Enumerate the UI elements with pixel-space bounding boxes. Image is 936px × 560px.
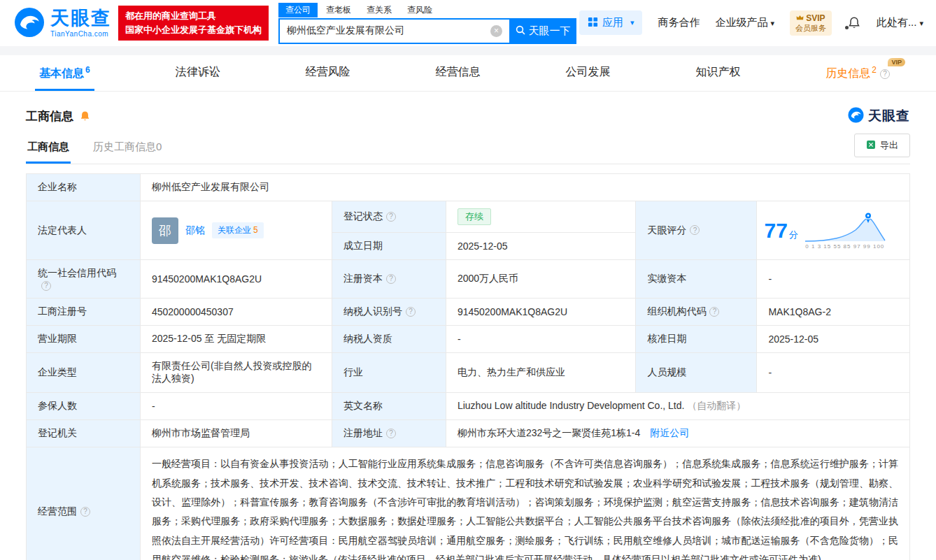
value-tianyan-score: 77分 0 1 3 15 55 85 97 99 100	[757, 201, 910, 260]
vip-badge: VIP	[888, 58, 905, 66]
tab-basic-info[interactable]: 基本信息6	[35, 55, 94, 91]
label-registered-address: 注册地址	[332, 420, 446, 447]
value-registered-capital: 2000万人民币	[446, 260, 636, 299]
search-button[interactable]: 天眼一下	[509, 18, 576, 44]
label-organization-code: 组织机构代码	[636, 299, 757, 326]
help-icon[interactable]	[709, 307, 719, 317]
value-company-name: 柳州低空产业发展有限公司	[140, 174, 909, 201]
value-registration-status: 存续	[446, 201, 636, 233]
auto-translate-note: （自动翻译）	[687, 400, 746, 411]
value-taxpayer-quality: -	[446, 326, 636, 353]
subscribe-bell-icon[interactable]	[79, 110, 91, 122]
row-company-name: 企业名称 柳州低空产业发展有限公司	[27, 174, 910, 201]
subtab-business-info[interactable]: 工商信息	[26, 135, 71, 164]
help-icon[interactable]	[690, 225, 700, 235]
label-company-name: 企业名称	[27, 174, 141, 201]
tab-intellectual-property[interactable]: 知识产权	[691, 55, 744, 91]
notifications-bell-icon[interactable]	[847, 16, 861, 30]
tab-search-company[interactable]: 查公司	[278, 3, 318, 17]
value-credit-code: 91450200MAK1Q8AG2U	[140, 260, 332, 299]
more-menu[interactable]: 此处有...	[877, 16, 923, 29]
score-axis-labels: 0 1 3 15 55 85 97 99 100	[804, 243, 886, 250]
excel-icon	[866, 140, 876, 152]
label-business-term: 营业期限	[27, 326, 141, 353]
help-icon[interactable]	[406, 307, 416, 317]
row-credit-code: 统一社会信用代码 91450200MAK1Q8AG2U 注册资本 2000万人民…	[27, 260, 910, 299]
label-staff-size: 人员规模	[636, 353, 757, 393]
top-right-nav: 应用 商务合作 企业级产品 SVIP 会员服务 此处有...	[579, 10, 923, 36]
tianyancha-company-page: 天眼查 TianYanCha.com 都在用的商业查询工具 国家中小企业发展子基…	[0, 0, 936, 560]
tab-search-boss[interactable]: 查老板	[319, 3, 358, 17]
crown-icon	[796, 13, 804, 23]
tab-operating-info[interactable]: 经营信息	[432, 55, 485, 91]
label-company-type: 企业类型	[27, 353, 141, 393]
help-icon[interactable]	[386, 212, 396, 222]
subtab-history-business-info[interactable]: 历史工商信息0	[92, 135, 163, 164]
help-icon[interactable]	[386, 429, 396, 438]
help-icon[interactable]	[80, 507, 90, 517]
nearby-companies-link[interactable]: 附近公司	[650, 427, 689, 438]
label-registration-authority: 登记机关	[27, 420, 141, 447]
label-taxpayer-id: 纳税人识别号	[332, 299, 446, 326]
value-registration-number: 450200000450307	[140, 299, 332, 326]
row-company-type: 企业类型 有限责任公司(非自然人投资或控股的法人独资) 行业 电力、热力生产和供…	[27, 353, 910, 393]
help-icon[interactable]	[880, 69, 890, 79]
tab-history-info[interactable]: VIP 历史信息2	[821, 55, 894, 91]
row-legal-rep: 法定代表人 邵 邵铭 关联企业5 登记状态 存续 天眼评分 77分	[27, 201, 910, 233]
apps-menu-button[interactable]: 应用	[579, 10, 643, 35]
company-section-tabs: 基本信息6 法律诉讼 经营风险 经营信息 公司发展 知识产权 VIP 历史信息2	[0, 55, 936, 92]
label-establish-date: 成立日期	[332, 233, 446, 260]
value-approval-date: 2025-12-05	[757, 326, 910, 353]
label-english-name: 英文名称	[332, 393, 446, 420]
label-registration-number: 工商注册号	[27, 299, 141, 326]
value-insured-count: -	[140, 393, 332, 420]
label-paid-capital: 实缴资本	[636, 260, 757, 299]
tianyancha-watermark-icon	[848, 107, 864, 125]
header-divider	[0, 46, 936, 55]
value-business-scope: 一般经营项目：以自有资金从事投资活动；人工智能行业应用系统集成服务；信息咨询服务…	[140, 447, 909, 560]
apps-grid-icon	[588, 17, 598, 29]
value-taxpayer-id: 91450200MAK1Q8AG2U	[446, 299, 636, 326]
label-business-scope: 经营范围	[27, 447, 141, 560]
value-industry: 电力、热力生产和供应业	[446, 353, 636, 393]
label-legal-representative: 法定代表人	[27, 201, 141, 260]
label-registered-capital: 注册资本	[332, 260, 446, 299]
related-companies-badge[interactable]: 关联企业5	[212, 222, 264, 238]
tab-search-risk[interactable]: 查风险	[400, 3, 439, 17]
subtab-row: 工商信息 历史工商信息0 导出	[26, 135, 910, 164]
tab-company-development[interactable]: 公司发展	[561, 55, 614, 91]
svip-member-button[interactable]: SVIP 会员服务	[790, 10, 832, 36]
value-registration-authority: 柳州市市场监督管理局	[140, 420, 332, 447]
business-cooperation-link[interactable]: 商务合作	[658, 16, 700, 29]
search-icon	[516, 25, 525, 37]
value-english-name: Liuzhou Low altitude Industry Developmen…	[446, 393, 909, 420]
value-business-term: 2025-12-05 至 无固定期限	[140, 326, 332, 353]
export-button[interactable]: 导出	[854, 134, 910, 157]
label-insured-count: 参保人数	[27, 393, 141, 420]
row-registration-number: 工商注册号 450200000450307 纳税人识别号 91450200MAK…	[27, 299, 910, 326]
tab-operating-risk[interactable]: 经营风险	[302, 55, 355, 91]
help-icon[interactable]	[41, 281, 51, 291]
section-title: 工商信息	[26, 108, 73, 124]
business-info-table: 企业名称 柳州低空产业发展有限公司 法定代表人 邵 邵铭 关联企业5 登记状态 …	[26, 173, 910, 560]
tianyancha-logo-icon	[14, 7, 45, 40]
legal-rep-name-link[interactable]: 邵铭	[185, 224, 205, 237]
value-organization-code: MAK1Q8AG-2	[757, 299, 910, 326]
enterprise-products-menu[interactable]: 企业级产品	[715, 16, 774, 29]
label-credit-code: 统一社会信用代码	[27, 260, 141, 299]
brand-name: 天眼查	[50, 9, 111, 28]
search-input[interactable]	[278, 18, 509, 44]
row-business-scope: 经营范围 一般经营项目：以自有资金从事投资活动；人工智能行业应用系统集成服务；信…	[27, 447, 910, 560]
tab-legal-proceedings[interactable]: 法律诉讼	[171, 55, 225, 91]
brand-slogan: 都在用的商业查询工具 国家中小企业发展子基金旗下机构	[118, 6, 269, 41]
tianyancha-logo[interactable]: 天眼查 TianYanCha.com	[14, 7, 111, 40]
legal-rep-avatar[interactable]: 邵	[152, 217, 178, 244]
status-badge: 存续	[458, 208, 491, 225]
brand-domain: TianYanCha.com	[50, 30, 111, 38]
help-icon[interactable]	[386, 274, 396, 284]
label-industry: 行业	[332, 353, 446, 393]
top-header: 天眼查 TianYanCha.com 都在用的商业查询工具 国家中小企业发展子基…	[0, 0, 936, 46]
clear-search-icon[interactable]: ×	[490, 25, 502, 37]
tab-search-relation[interactable]: 查关系	[360, 3, 399, 17]
label-registration-status: 登记状态	[332, 201, 446, 233]
